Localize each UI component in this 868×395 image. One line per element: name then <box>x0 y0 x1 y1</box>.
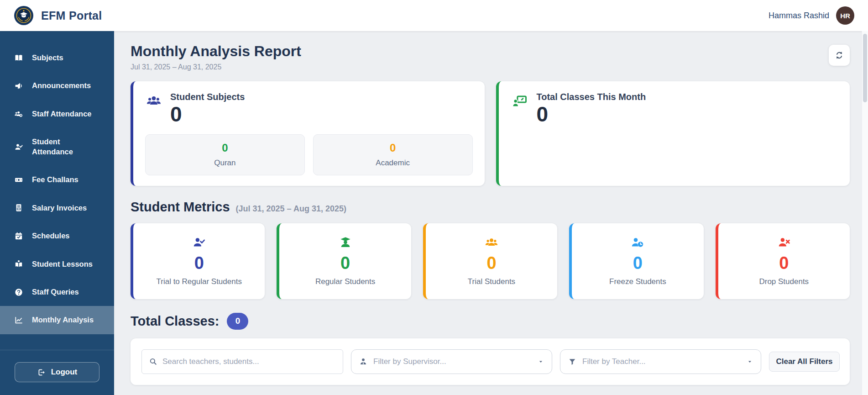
metric-value: 0 <box>340 253 350 273</box>
total-classes-title: Total Classes This Month <box>537 92 646 102</box>
logout-icon <box>37 368 46 377</box>
circle-question-icon <box>14 288 24 297</box>
scrollbar-thumb[interactable] <box>863 34 867 102</box>
metric-value: 0 <box>779 253 789 273</box>
sidebar-item-subjects[interactable]: Subjects <box>0 44 114 72</box>
breakdown-card: 0 Quran <box>145 134 305 175</box>
book-open-icon <box>14 53 24 63</box>
book-reader-icon <box>14 259 24 269</box>
teacher-filter-select[interactable]: Filter by Teacher... <box>560 349 761 374</box>
sidebar: Subjects Announcements <box>0 31 114 395</box>
top-bar: EFM Portal Hammas Rashid HR <box>0 0 868 31</box>
student-subjects-title: Student Subjects <box>170 92 245 102</box>
sidebar-item-staff-queries[interactable]: Staff Queries <box>0 278 114 306</box>
main-content: Monthly Analysis Report Jul 31, 2025 – A… <box>114 31 868 395</box>
sidebar-item-monthly-analysis[interactable]: Monthly Analysis <box>0 306 114 334</box>
subjects-breakdown: 0 Quran 0 Academic <box>145 134 473 175</box>
sidebar-item-student-attendance[interactable]: Student Attendance <box>0 128 114 166</box>
money-bill-icon <box>14 175 24 184</box>
metric-value: 0 <box>486 253 496 273</box>
breakdown-label: Academic <box>376 158 410 168</box>
filters-panel: Filter by Supervisor... Filter by Teache… <box>131 338 850 385</box>
page-title: Monthly Analysis Report <box>131 43 301 60</box>
breakdown-card: 0 Academic <box>313 134 473 175</box>
supervisor-filter-select[interactable]: Filter by Supervisor... <box>351 349 552 374</box>
metric-value: 0 <box>633 253 643 273</box>
brand: EFM Portal <box>14 5 102 26</box>
student-subjects-value: 0 <box>170 103 245 126</box>
chart-line-icon <box>14 316 24 325</box>
breakdown-value: 0 <box>222 142 228 154</box>
filter-funnel-icon <box>568 358 576 366</box>
user-tie-icon <box>359 358 367 366</box>
sidebar-nav: Subjects Announcements <box>0 44 114 345</box>
file-invoice-icon <box>14 203 24 212</box>
calendar-check-icon <box>14 232 24 241</box>
total-classes-card: Total Classes This Month 0 <box>496 81 850 186</box>
user-graduate-icon <box>338 236 353 249</box>
total-classes-heading: Total Classes: <box>131 314 219 329</box>
sidebar-item-student-lessons[interactable]: Student Lessons <box>0 250 114 278</box>
sidebar-item-fee-challans[interactable]: Fee Challans <box>0 166 114 194</box>
metric-card: 0 Trial Students <box>423 223 557 299</box>
scrollbar-track <box>862 31 868 395</box>
efm-logo-icon <box>14 5 34 26</box>
metrics-row: 0 Trial to Regular Students 0 Regular St… <box>131 223 850 299</box>
student-metrics-title: Student Metrics <box>131 200 230 215</box>
supervisor-filter-placeholder: Filter by Supervisor... <box>373 357 532 366</box>
metric-card: 0 Regular Students <box>277 223 411 299</box>
metric-label: Regular Students <box>315 277 375 286</box>
breakdown-label: Quran <box>214 158 235 168</box>
summary-cards-row: Student Subjects 0 0 Quran 0 Academic <box>131 81 850 186</box>
student-metrics-date-range: (Jul 31, 2025 – Aug 31, 2025) <box>236 204 346 214</box>
search-icon <box>149 357 157 366</box>
user-check-icon <box>14 142 24 152</box>
metric-label: Trial Students <box>468 277 515 286</box>
sidebar-item-salary-invoices[interactable]: Salary Invoices <box>0 194 114 222</box>
user-check-icon <box>192 236 206 249</box>
caret-down-icon <box>747 358 753 365</box>
student-metrics-header: Student Metrics (Jul 31, 2025 – Aug 31, … <box>131 200 850 215</box>
sidebar-item-staff-attendance[interactable]: Staff Attendance <box>0 100 114 128</box>
metric-card: 0 Drop Students <box>716 223 850 299</box>
metric-label: Freeze Students <box>609 277 666 286</box>
user-clock-icon <box>630 236 645 249</box>
sidebar-footer: Logout <box>0 350 114 395</box>
refresh-button[interactable] <box>829 45 850 66</box>
users-gear-icon <box>14 110 24 119</box>
users-icon <box>484 236 499 249</box>
total-classes-header: Total Classes: 0 <box>131 313 850 330</box>
user-name: Hammas Rashid <box>769 11 829 21</box>
refresh-icon <box>835 51 844 60</box>
metric-label: Drop Students <box>759 277 809 286</box>
logout-button[interactable]: Logout <box>15 362 99 382</box>
total-classes-value: 0 <box>537 103 646 126</box>
metric-label: Trial to Regular Students <box>156 277 241 286</box>
teacher-filter-placeholder: Filter by Teacher... <box>582 357 741 366</box>
page-date-range: Jul 31, 2025 – Aug 31, 2025 <box>131 63 301 71</box>
search-input[interactable] <box>162 357 336 366</box>
app-title: EFM Portal <box>41 9 102 22</box>
breakdown-value: 0 <box>390 142 396 154</box>
search-box <box>141 349 343 374</box>
page-header: Monthly Analysis Report Jul 31, 2025 – A… <box>131 43 850 71</box>
clear-all-filters-button[interactable]: Clear All Filters <box>769 352 840 372</box>
sidebar-item-schedules[interactable]: Schedules <box>0 222 114 250</box>
user-avatar[interactable]: HR <box>836 6 854 25</box>
caret-down-icon <box>538 358 544 365</box>
sidebar-item-announcements[interactable]: Announcements <box>0 72 114 100</box>
users-icon <box>145 93 162 126</box>
metric-card: 0 Trial to Regular Students <box>131 223 265 299</box>
bullhorn-icon <box>14 81 24 90</box>
metric-value: 0 <box>194 253 204 273</box>
user-xmark-icon <box>777 236 791 249</box>
total-classes-count-badge: 0 <box>227 313 248 330</box>
student-subjects-card: Student Subjects 0 0 Quran 0 Academic <box>131 81 485 186</box>
metric-card: 0 Freeze Students <box>569 223 703 299</box>
chalkboard-user-icon <box>511 93 529 126</box>
